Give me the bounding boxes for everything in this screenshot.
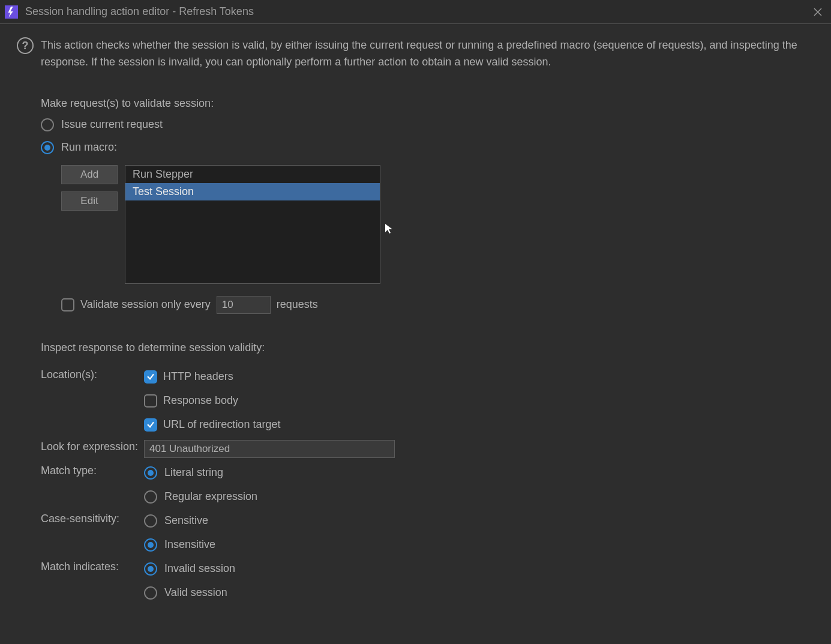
url-redirect-label: URL of redirection target [163, 418, 280, 431]
add-button[interactable]: Add [61, 165, 118, 184]
url-redirect-checkbox[interactable] [144, 418, 157, 432]
invalid-radio[interactable] [144, 562, 157, 576]
description-text: This action checks whether the session i… [41, 37, 826, 71]
response-body-label: Response body [163, 394, 238, 407]
match-type-label: Match type: [41, 461, 144, 509]
case-label: Case-sensitivity: [41, 509, 144, 557]
validate-every-input[interactable] [217, 296, 271, 314]
macro-list[interactable]: Run Stepper Test Session [125, 165, 380, 284]
issue-current-label: Issue current request [61, 118, 163, 131]
macro-item-1[interactable]: Test Session [125, 183, 380, 200]
issue-current-radio[interactable] [41, 118, 54, 131]
valid-radio[interactable] [144, 586, 157, 600]
insensitive-radio[interactable] [144, 538, 157, 552]
close-button[interactable] [812, 6, 824, 18]
regex-radio[interactable] [144, 490, 157, 504]
inspect-heading: Inspect response to determine session va… [41, 342, 826, 354]
locations-label: Location(s): [41, 365, 144, 437]
valid-label: Valid session [164, 586, 227, 599]
window-title: Session handling action editor - Refresh… [25, 5, 254, 18]
content: ? This action checks whether the session… [0, 24, 831, 605]
expression-label: Look for expression: [41, 437, 144, 461]
invalid-label: Invalid session [164, 562, 235, 575]
app-icon [5, 5, 18, 19]
response-body-checkbox[interactable] [144, 394, 157, 408]
editor-window: Session handling action editor - Refresh… [0, 0, 831, 644]
indicates-label: Match indicates: [41, 557, 144, 605]
macro-item-0[interactable]: Run Stepper [125, 166, 380, 183]
http-headers-checkbox[interactable] [144, 370, 157, 384]
validate-every-prefix: Validate session only every [80, 298, 211, 311]
sensitive-label: Sensitive [164, 514, 208, 527]
run-macro-radio[interactable] [41, 141, 54, 154]
cursor-icon [385, 223, 393, 237]
titlebar: Session handling action editor - Refresh… [0, 0, 831, 24]
run-macro-label: Run macro: [61, 141, 117, 154]
edit-button[interactable]: Edit [61, 191, 118, 211]
help-icon[interactable]: ? [17, 37, 34, 54]
literal-radio[interactable] [144, 466, 157, 480]
http-headers-label: HTTP headers [163, 370, 233, 383]
validate-every-checkbox[interactable] [61, 298, 74, 311]
validate-heading: Make request(s) to validate session: [41, 97, 826, 110]
regex-label: Regular expression [164, 490, 257, 503]
validate-every-suffix: requests [277, 298, 318, 311]
sensitive-radio[interactable] [144, 514, 157, 528]
expression-input[interactable] [144, 440, 395, 458]
literal-label: Literal string [164, 466, 223, 479]
insensitive-label: Insensitive [164, 538, 215, 551]
